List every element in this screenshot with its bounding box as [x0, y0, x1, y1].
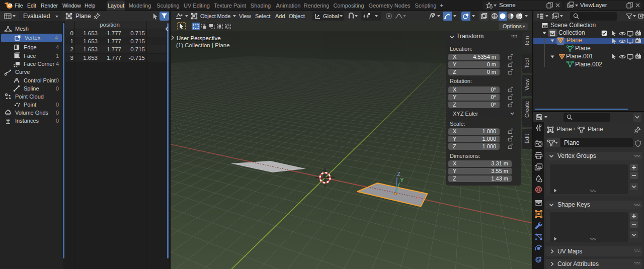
svg-text:X: X — [416, 195, 420, 201]
svg-text:(1) Collection | Plane: (1) Collection | Plane — [176, 42, 230, 48]
svg-text:Y: Y — [400, 177, 404, 183]
svg-text:Z: Z — [397, 171, 400, 177]
svg-text:User Perspective: User Perspective — [177, 35, 221, 41]
